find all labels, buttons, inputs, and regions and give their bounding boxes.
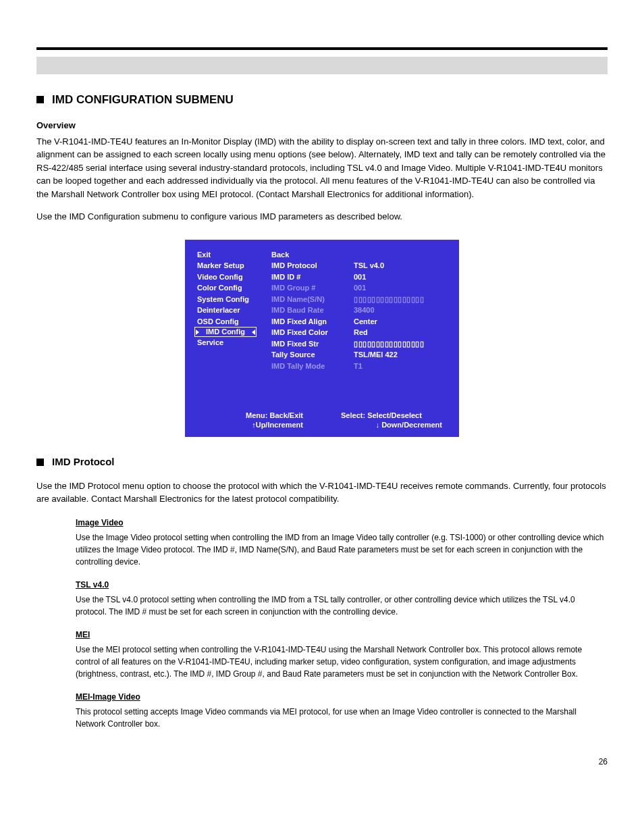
section-title: IMD CONFIGURATION SUBMENU (52, 93, 234, 107)
submenu-value-id: 001 (354, 271, 447, 283)
triangle-right-icon (196, 330, 199, 335)
menu-item-imd-config-selected[interactable]: IMD Config (197, 327, 262, 337)
menu-footer-hints: Menu: Back/Exit Select: Select/Deselect … (185, 411, 459, 429)
submenu-value-fixed-align: Center (354, 316, 447, 328)
proto-heading-mei: MEI (76, 630, 608, 640)
submenu-label-id[interactable]: IMD ID # (271, 271, 344, 283)
menu-item-osd-config[interactable]: OSD Config (197, 316, 262, 328)
menu-item-deinterlacer[interactable]: Deinterlacer (197, 305, 262, 316)
overview-para-1: The V-R1041-IMD-TE4U features an In-Moni… (36, 135, 608, 201)
section-title-protocol: IMD Protocol (52, 456, 115, 467)
submenu-label-fixed-str[interactable]: IMD Fixed Str (271, 338, 344, 350)
proto-heading-tsl: TSL v4.0 (76, 580, 608, 590)
protocol-intro: Use the IMD Protocol menu option to choo… (36, 479, 608, 506)
menu-item-video-config[interactable]: Video Config (197, 271, 262, 283)
submenu-value-protocol: TSL v4.0 (354, 260, 447, 271)
submenu-label-name: IMD Name(S/N) (271, 294, 344, 305)
hint-down: ↓ Down/Decrement (341, 421, 442, 429)
page-number: 26 (36, 757, 608, 766)
proto-para-mei-iv: This protocol setting accepts Image Vide… (76, 706, 608, 730)
proto-heading-mei-iv: MEI-Image Video (76, 692, 608, 702)
hint-up: ↑Up/Increment (202, 421, 303, 429)
hint-menu: Menu: Back/Exit (202, 411, 303, 419)
triangle-left-icon (252, 330, 255, 335)
horizontal-rule (36, 47, 608, 50)
submenu-label-baud: IMD Baud Rate (271, 305, 344, 316)
submenu-label-tally-mode: IMD Tally Mode (271, 361, 344, 372)
bullet-square-icon (36, 459, 44, 466)
grey-header-bar (36, 57, 608, 74)
menu-left-column: Exit Marker Setup Video Config Color Con… (197, 249, 262, 372)
submenu-value-fixed-color: Red (354, 327, 447, 338)
menu-item-exit[interactable]: Exit (197, 249, 262, 261)
proto-para-image-video: Use the Image Video protocol setting whe… (76, 531, 608, 568)
submenu-value-tally-mode: T1 (354, 361, 447, 372)
submenu-value-group: 001 (354, 282, 447, 294)
submenu-value-name: ▯▯▯▯▯▯▯▯▯▯▯▯▯▯▯▯ (354, 294, 447, 305)
submenu-label-group: IMD Group # (271, 282, 344, 294)
proto-para-tsl: Use the TSL v4.0 protocol setting when c… (76, 594, 608, 618)
menu-item-system-config[interactable]: System Config (197, 294, 262, 305)
bullet-square-icon (36, 96, 44, 103)
section-heading-imd-protocol: IMD Protocol (36, 456, 608, 467)
overview-para-2: Use the IMD Configuration submenu to con… (36, 210, 608, 224)
proto-heading-image-video: Image Video (76, 518, 608, 527)
submenu-back[interactable]: Back (271, 249, 344, 261)
menu-right-column: TSL v4.0 001 001 ▯▯▯▯▯▯▯▯▯▯▯▯▯▯▯▯ 38400 … (354, 249, 447, 372)
menu-item-marker-setup[interactable]: Marker Setup (197, 260, 262, 271)
hint-select: Select: Select/Deselect (341, 411, 442, 419)
osd-menu-screenshot: Exit Marker Setup Video Config Color Con… (185, 240, 459, 437)
menu-item-service[interactable]: Service (197, 337, 262, 348)
submenu-label-fixed-align[interactable]: IMD Fixed Align (271, 316, 344, 328)
submenu-label-protocol[interactable]: IMD Protocol (271, 260, 344, 271)
submenu-value-fixed-str: ▯▯▯▯▯▯▯▯▯▯▯▯▯▯▯▯ (354, 338, 447, 350)
overview-heading: Overview (36, 120, 76, 130)
submenu-label-tally-source[interactable]: Tally Source (271, 349, 344, 361)
protocol-intro-para: Use the IMD Protocol menu option to choo… (36, 479, 608, 506)
menu-middle-column: Back IMD Protocol IMD ID # IMD Group # I… (271, 249, 344, 372)
submenu-label-fixed-color[interactable]: IMD Fixed Color (271, 327, 344, 338)
submenu-value-baud: 38400 (354, 305, 447, 316)
section-heading-imd-config: IMD CONFIGURATION SUBMENU (36, 93, 608, 107)
menu-item-color-config[interactable]: Color Config (197, 282, 262, 294)
submenu-value-tally-source: TSL/MEI 422 (354, 349, 447, 361)
overview-block: Overview The V-R1041-IMD-TE4U features a… (36, 119, 608, 224)
proto-para-mei: Use the MEI protocol setting when contro… (76, 644, 608, 680)
